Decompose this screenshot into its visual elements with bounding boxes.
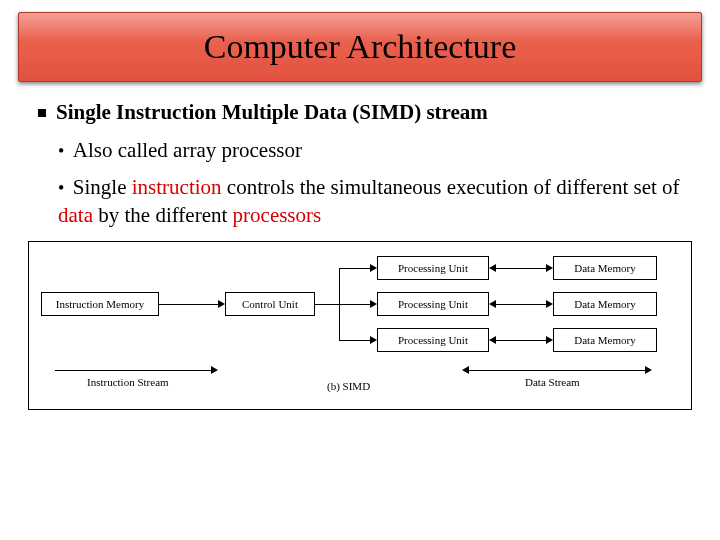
simd-diagram: Instruction Memory Control Unit Processi…: [37, 252, 677, 407]
connector: [496, 304, 546, 305]
box-processing-unit-3: Processing Unit: [377, 328, 489, 352]
sub2-t3: by the different: [93, 203, 233, 227]
diagram-caption: (b) SIMD: [327, 380, 370, 392]
sub1-text: Also called array processor: [73, 138, 302, 162]
title-bar: Computer Architecture: [18, 12, 702, 82]
connector: [469, 370, 645, 371]
connector: [339, 340, 370, 341]
connector: [339, 304, 370, 305]
connector: [339, 268, 370, 269]
dot-bullet-icon: •: [58, 141, 69, 161]
arrow-right-icon: [211, 366, 218, 374]
connector: [55, 370, 211, 371]
arrow-right-icon: [370, 264, 377, 272]
arrow-right-icon: [546, 264, 553, 272]
box-data-memory-2: Data Memory: [553, 292, 657, 316]
label-instruction-stream: Instruction Stream: [87, 376, 169, 388]
sub2-r3: processors: [233, 203, 322, 227]
connector: [159, 304, 219, 305]
box-control-unit: Control Unit: [225, 292, 315, 316]
box-processing-unit-2: Processing Unit: [377, 292, 489, 316]
arrow-right-icon: [546, 336, 553, 344]
box-data-memory-1: Data Memory: [553, 256, 657, 280]
arrow-right-icon: [370, 336, 377, 344]
square-bullet-icon: [38, 109, 46, 117]
arrow-right-icon: [645, 366, 652, 374]
arrow-right-icon: [370, 300, 377, 308]
box-instruction-memory: Instruction Memory: [41, 292, 159, 316]
connector: [315, 304, 339, 305]
content-area: Single Instruction Multiple Data (SIMD) …: [0, 92, 720, 229]
sub-bullet-2: • Single instruction controls the simult…: [58, 173, 690, 230]
bullet-main: Single Instruction Multiple Data (SIMD) …: [38, 98, 690, 126]
bullet-main-text: Single Instruction Multiple Data (SIMD) …: [56, 100, 488, 124]
connector: [496, 268, 546, 269]
label-data-stream: Data Stream: [525, 376, 580, 388]
sub-bullet-1: • Also called array processor: [58, 136, 690, 164]
connector: [496, 340, 546, 341]
arrow-left-icon: [462, 366, 469, 374]
page-title: Computer Architecture: [204, 28, 517, 66]
arrow-left-icon: [489, 300, 496, 308]
arrow-left-icon: [489, 336, 496, 344]
box-data-memory-3: Data Memory: [553, 328, 657, 352]
sub2-t2: controls the simultaneous execution of d…: [222, 175, 680, 199]
arrow-right-icon: [546, 300, 553, 308]
arrow-right-icon: [218, 300, 225, 308]
box-processing-unit-1: Processing Unit: [377, 256, 489, 280]
sub2-r1: instruction: [132, 175, 222, 199]
sub2-t1: Single: [73, 175, 132, 199]
arrow-left-icon: [489, 264, 496, 272]
diagram-frame: Instruction Memory Control Unit Processi…: [28, 241, 692, 410]
sub2-r2: data: [58, 203, 93, 227]
dot-bullet-icon: •: [58, 178, 69, 198]
